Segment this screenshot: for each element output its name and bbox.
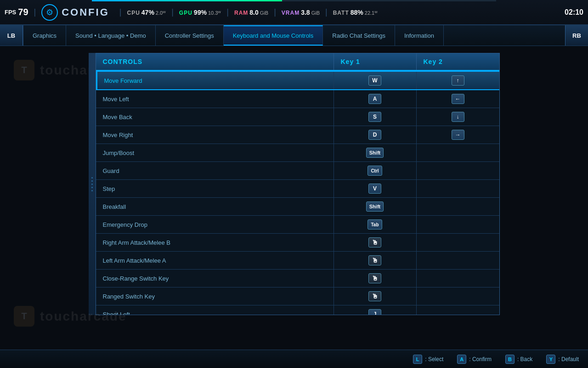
key-badge: Shift	[366, 201, 384, 212]
key2-cell[interactable]	[417, 288, 499, 305]
table-row[interactable]: Right Arm Attack/Melee B 🖱	[96, 234, 499, 252]
key1-cell[interactable]: S	[334, 108, 417, 126]
key-badge: A	[368, 94, 381, 104]
tab-sound[interactable]: Sound • Language • Demo	[66, 25, 156, 46]
control-name: Shoot Left	[96, 305, 334, 315]
key-badge: J	[368, 309, 381, 315]
key1-cell[interactable]: Tab	[334, 216, 417, 233]
tab-information[interactable]: Information	[395, 25, 444, 46]
key-badge: 🖱	[368, 273, 381, 283]
tab-radio[interactable]: Radio Chat Settings	[323, 25, 395, 46]
th-controls: CONTROLS	[96, 53, 334, 70]
vram-stat: VRAM 3.8 GiB	[282, 9, 320, 16]
config-title: CONFIG	[62, 6, 109, 18]
key-badge: ↓	[452, 112, 464, 122]
key1-cell[interactable]: W	[334, 72, 417, 89]
cpu-label: CPU	[127, 10, 140, 16]
key1-cell[interactable]: D	[334, 126, 417, 144]
b-button-badge: B	[505, 355, 514, 364]
key1-cell[interactable]: Shift	[334, 198, 417, 215]
key2-cell[interactable]	[417, 216, 499, 233]
table-row[interactable]: Left Arm Attack/Melee A 🖱	[96, 252, 499, 270]
lb-button[interactable]: LB	[0, 25, 23, 46]
divider-3: |	[171, 7, 174, 17]
time-display: 02:10	[565, 8, 583, 17]
key2-cell[interactable]	[417, 144, 499, 161]
key-badge: Ctrl	[368, 166, 382, 176]
divider-4: |	[226, 7, 229, 17]
table-row[interactable]: Jump/Boost Shift	[96, 144, 499, 162]
divider-6: |	[325, 7, 328, 17]
action-back: B : Back	[505, 355, 532, 364]
key2-cell[interactable]	[417, 270, 499, 287]
key2-cell[interactable]	[417, 198, 499, 215]
key-badge: Shift	[366, 148, 384, 158]
key-badge: 🖱	[368, 255, 381, 265]
control-name: Guard	[96, 162, 334, 179]
key-badge: 🖱	[368, 237, 381, 247]
table-row[interactable]: Breakfall Shift	[96, 198, 499, 216]
key2-cell[interactable]	[417, 252, 499, 269]
key1-cell[interactable]: 🖱	[334, 234, 417, 251]
vram-value: 3.8	[301, 9, 310, 16]
key1-cell[interactable]: Ctrl	[334, 162, 417, 179]
tab-controller[interactable]: Controller Settings	[156, 25, 224, 46]
key2-cell[interactable]: ↓	[417, 108, 499, 126]
table-row[interactable]: Move Back S ↓	[96, 108, 499, 126]
main-content: T toucharcade T toucharcade CONTROLS Key…	[0, 46, 588, 350]
table-row[interactable]: Close-Range Switch Key 🖱	[96, 270, 499, 288]
cpu-bar-container	[92, 0, 496, 1]
key2-cell[interactable]: ↑	[417, 72, 499, 89]
fps-block: FPS 79	[5, 7, 28, 17]
l-button-badge: L	[413, 355, 422, 364]
control-name: Right Arm Attack/Melee B	[96, 234, 334, 251]
key1-cell[interactable]: Shift	[334, 144, 417, 161]
cpu-stat: CPU 47% 2.0ᵂ	[127, 9, 166, 16]
key-badge: →	[452, 130, 464, 140]
control-name: Breakfall	[96, 198, 334, 215]
table-row[interactable]: Move Forward W ↑	[96, 71, 499, 90]
table-row[interactable]: Guard Ctrl	[96, 162, 499, 180]
action-select-label: : Select	[425, 356, 443, 362]
side-dot-2	[91, 180, 93, 182]
gpu-watt: 10.3ᵂ	[208, 10, 221, 16]
key2-cell[interactable]	[417, 234, 499, 251]
table-row[interactable]: Step V	[96, 180, 499, 198]
table-row[interactable]: Ranged Switch Key 🖱	[96, 288, 499, 305]
th-key1: Key 1	[334, 53, 417, 70]
tab-keyboard[interactable]: Keyboard and Mouse Controls	[224, 25, 323, 46]
key1-cell[interactable]: 🖱	[334, 270, 417, 287]
gear-icon: ⚙	[41, 4, 58, 21]
fps-label: FPS	[5, 9, 16, 16]
ram-value: 8.0	[249, 9, 258, 16]
key1-cell[interactable]: 🖱	[334, 252, 417, 269]
ram-stat: RAM 8.0 GiB	[234, 9, 268, 16]
cpu-bar	[92, 0, 282, 1]
rb-button[interactable]: RB	[565, 25, 588, 46]
key1-cell[interactable]: 🖱	[334, 288, 417, 305]
key1-cell[interactable]: V	[334, 180, 417, 197]
divider-1: |	[34, 7, 36, 17]
control-name: Jump/Boost	[96, 144, 334, 161]
key2-cell[interactable]	[417, 180, 499, 197]
vram-label: VRAM	[282, 10, 300, 16]
key2-cell[interactable]: ←	[417, 90, 499, 108]
table-row[interactable]: Emergency Drop Tab	[96, 216, 499, 234]
key2-cell[interactable]: →	[417, 126, 499, 144]
action-default-label: : Default	[558, 356, 579, 362]
side-dot-3	[91, 184, 93, 185]
table-row[interactable]: Shoot Left J	[96, 305, 499, 315]
controls-container: CONTROLS Key 1 Key 2 Move Forward W ↑ Mo…	[89, 53, 500, 315]
batt-label: BATT	[333, 10, 349, 16]
key2-cell[interactable]	[417, 305, 499, 315]
control-name: Close-Range Switch Key	[96, 270, 334, 287]
table-body[interactable]: Move Forward W ↑ Move Left A ← Move Back…	[96, 71, 499, 315]
key2-cell[interactable]	[417, 162, 499, 179]
tab-graphics[interactable]: Graphics	[23, 25, 66, 46]
key1-cell[interactable]: J	[334, 305, 417, 315]
table-row[interactable]: Move Right D →	[96, 126, 499, 144]
divider-5: |	[274, 7, 276, 17]
key1-cell[interactable]: A	[334, 90, 417, 108]
table-row[interactable]: Move Left A ←	[96, 90, 499, 108]
key-badge: ↑	[452, 75, 464, 86]
